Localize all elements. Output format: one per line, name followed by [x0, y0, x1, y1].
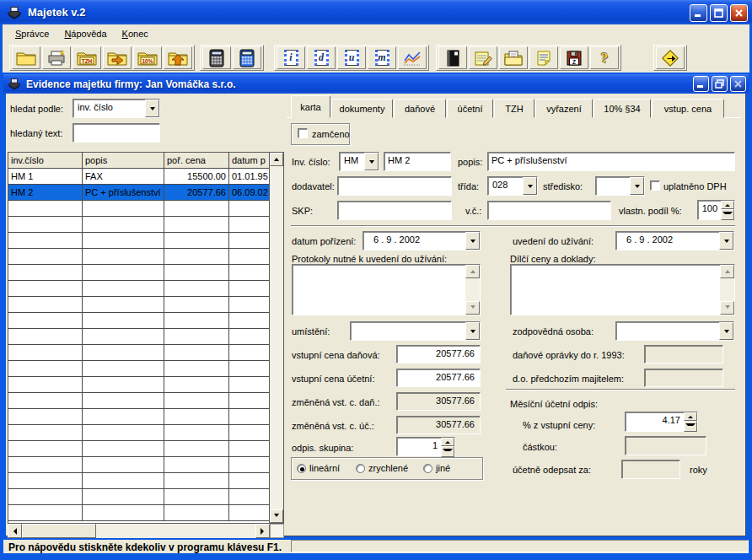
toolbar-button-doc-i-icon[interactable]: i — [277, 46, 305, 69]
maximize-button[interactable] — [710, 4, 728, 22]
trida-combobox[interactable]: 028 — [487, 176, 538, 196]
table-empty-row[interactable] — [8, 393, 269, 409]
odpis-skupina-spinner[interactable]: 1 — [396, 437, 455, 456]
table-empty-row[interactable] — [8, 457, 269, 473]
toolbar-button-calculator-blue-icon[interactable] — [233, 46, 261, 69]
table-row-hm-2[interactable]: HM 2PC + příslušenství20577.6606.09.02 — [8, 185, 269, 201]
menu-item-napoveda[interactable]: Nápověda — [56, 26, 114, 41]
table-empty-row[interactable] — [8, 297, 269, 313]
inv-prefix-dropdown-icon[interactable] — [364, 153, 379, 170]
table-empty-row[interactable] — [8, 409, 269, 425]
table-empty-row[interactable] — [8, 505, 269, 521]
podil-down-icon[interactable] — [721, 209, 734, 220]
toolbar-button-folder-tzh-icon[interactable]: TZH — [73, 46, 101, 69]
umisteni-combobox[interactable] — [350, 321, 481, 341]
child-restore-button[interactable] — [712, 76, 728, 92]
toolbar-button-folder-docs-icon[interactable] — [499, 46, 528, 69]
uvedeni-dropdown-icon[interactable] — [719, 232, 733, 250]
radio-zrychlene[interactable]: zrychlené — [356, 463, 408, 473]
table-vertical-scrollbar[interactable] — [269, 153, 283, 523]
close-button[interactable] — [730, 4, 748, 22]
dph-checkbox[interactable] — [650, 180, 660, 191]
table-empty-row[interactable] — [8, 201, 269, 217]
toolbar-button-floppy-z-icon[interactable]: Z — [560, 46, 588, 69]
table-empty-row[interactable] — [8, 281, 269, 297]
toolbar-button-folder-up-icon[interactable] — [164, 46, 192, 69]
osoba-dropdown-icon[interactable] — [719, 322, 733, 340]
procento-down-icon[interactable] — [684, 421, 697, 432]
table-empty-row[interactable] — [8, 233, 269, 249]
radio-linearni[interactable]: lineární — [297, 463, 340, 473]
odpis-down-icon[interactable] — [441, 446, 454, 457]
hscroll-track[interactable] — [96, 524, 255, 538]
vc-input[interactable] — [487, 201, 611, 220]
toolbar-button-folder-next-icon[interactable] — [103, 46, 132, 69]
child-close-button[interactable] — [730, 76, 746, 92]
protokoly-scroll-down-icon[interactable] — [465, 301, 480, 315]
tab-vyrazeni[interactable]: vyřazení — [535, 99, 593, 118]
dilci-textarea[interactable] — [510, 264, 735, 315]
child-minimize-button[interactable] — [693, 76, 709, 92]
toolbar-button-doc-u-icon[interactable]: u — [337, 46, 366, 69]
datum-porizeni-picker[interactable]: 6 . 9 . 2002 — [363, 231, 481, 250]
skp-input[interactable] — [337, 201, 452, 220]
dodavatel-input[interactable] — [337, 176, 452, 196]
odpis-up-icon[interactable] — [441, 438, 454, 446]
locked-checkbox[interactable] — [298, 128, 308, 138]
toolbar-button-folder-10pct-icon[interactable]: 10% — [133, 46, 162, 69]
odepsat-input[interactable] — [621, 460, 680, 479]
search-by-combobox[interactable]: inv. číslo — [73, 99, 160, 118]
scroll-up-icon[interactable] — [270, 153, 283, 166]
umisteni-dropdown-icon[interactable] — [465, 322, 480, 340]
table-empty-row[interactable] — [8, 217, 269, 233]
tab-10-34[interactable]: 10% §34 — [594, 99, 651, 118]
dilci-scroll-up-icon[interactable] — [720, 265, 734, 278]
toolbar-button-note-icon[interactable] — [529, 46, 558, 69]
search-text-input[interactable] — [73, 123, 160, 143]
table-row-hm-1[interactable]: HM 1FAX15500.0001.01.95 — [8, 169, 269, 185]
uvedeni-picker[interactable]: 6 . 9 . 2002 — [615, 231, 734, 250]
dilci-scroll-down-icon[interactable] — [720, 301, 734, 315]
table-empty-row[interactable] — [8, 441, 269, 457]
menu-item-konec[interactable]: Konec — [115, 26, 156, 41]
table-empty-row[interactable] — [8, 249, 269, 265]
toolbar-button-chart-icon[interactable] — [398, 46, 427, 69]
radio-dot-linearni[interactable] — [297, 464, 306, 473]
toolbar-button-print-icon[interactable] — [42, 46, 71, 69]
scroll-down-icon[interactable] — [270, 509, 283, 523]
table-empty-row[interactable] — [8, 425, 269, 441]
toolbar-button-help-icon[interactable]: ? — [590, 46, 619, 69]
inv-prefix-combobox[interactable]: HM — [339, 152, 379, 171]
scroll-left-icon[interactable] — [8, 524, 22, 538]
trida-dropdown-icon[interactable] — [523, 177, 537, 195]
do-majitelem-input[interactable] — [644, 369, 723, 387]
table-empty-row[interactable] — [8, 489, 269, 505]
asset-table[interactable]: inv.číslopopispoř. cenadatum pHM 1FAX155… — [8, 152, 284, 524]
inv-number-input[interactable]: HM 2 — [384, 152, 451, 171]
toolbar-button-exit-diamond-icon[interactable] — [656, 46, 685, 69]
tab-vstup-cena[interactable]: vstup. cena — [652, 99, 724, 118]
vstupni-ucetni-input[interactable]: 20577.66 — [396, 369, 481, 387]
toolbar-button-calculator-dark-icon[interactable] — [202, 46, 231, 69]
radio-jine[interactable]: jiné — [423, 463, 450, 473]
tab-dokumenty[interactable]: dokumenty — [331, 99, 393, 118]
podil-up-icon[interactable] — [721, 201, 734, 209]
datum-porizeni-dropdown-icon[interactable] — [465, 232, 480, 250]
podil-spinner[interactable]: 100 — [697, 200, 735, 220]
procento-up-icon[interactable] — [684, 412, 697, 421]
scroll-right-icon[interactable] — [255, 524, 270, 538]
table-vscroll-track[interactable] — [270, 166, 283, 509]
table-empty-row[interactable] — [8, 377, 269, 393]
hscroll-thumb[interactable] — [22, 524, 96, 538]
table-empty-row[interactable] — [8, 345, 269, 361]
table-empty-row[interactable] — [8, 361, 269, 377]
toolbar-button-doc-m-icon[interactable]: m — [368, 46, 396, 69]
tab-ucetni[interactable]: účetní — [447, 99, 493, 118]
toolbar-button-open-folder-icon[interactable] — [12, 46, 40, 69]
procento-spinner[interactable]: 4.17 — [625, 412, 698, 432]
tab-danove[interactable]: daňové — [394, 99, 446, 118]
protokoly-textarea[interactable] — [292, 264, 481, 315]
tab-karta[interactable]: karta — [291, 95, 330, 118]
radio-dot-zrychlene[interactable] — [356, 464, 365, 473]
stredisko-dropdown-icon[interactable] — [630, 177, 644, 195]
